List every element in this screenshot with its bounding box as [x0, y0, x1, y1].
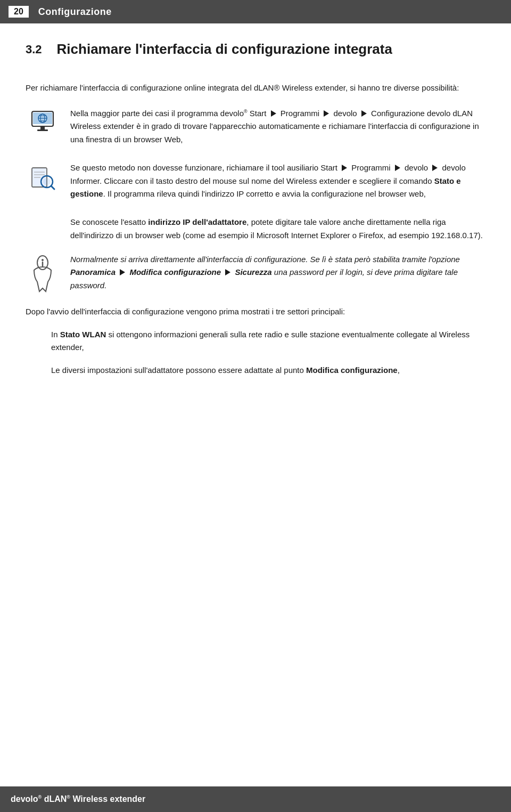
- ip-paragraph: Se conoscete l'esatto indirizzo IP dell'…: [70, 216, 485, 242]
- sub-list: In Stato WLAN si ottengono informazioni …: [51, 328, 485, 377]
- network-icon: [26, 109, 60, 137]
- footer-bar: devolo® dLAN® Wireless extender: [0, 786, 511, 812]
- search-icon: [26, 164, 60, 191]
- info-icon: [26, 255, 60, 293]
- svg-point-14: [43, 178, 51, 185]
- section-heading: 3.2 Richiamare l'interfaccia di configur…: [26, 40, 485, 70]
- svg-rect-2: [40, 126, 45, 129]
- section-number: 3.2: [26, 43, 42, 56]
- header-bar: 20 Configurazione: [0, 0, 511, 23]
- after-info-para: Dopo l'avvio dell'interfaccia di configu…: [26, 305, 485, 319]
- footer-text: devolo® dLAN® Wireless extender: [11, 794, 145, 804]
- bullet-2-text: Se questo metodo non dovesse funzionare,…: [70, 161, 485, 201]
- intro-text: Per richiamare l'interfaccia di configur…: [26, 82, 485, 94]
- bullet-item-2: Se questo metodo non dovesse funzionare,…: [26, 161, 485, 201]
- svg-point-17: [42, 259, 44, 261]
- info-text: Normalmente si arriva direttamente all'i…: [70, 253, 485, 293]
- bullet-1-text: Nella maggior parte dei casi il programm…: [70, 107, 485, 147]
- bullet-item-1: Nella maggior parte dei casi il programm…: [26, 107, 485, 147]
- svg-rect-3: [37, 129, 48, 131]
- header-title: Configurazione: [38, 6, 112, 18]
- sub-item-2: Le diversi impostazioni sull'adattatore …: [51, 364, 485, 377]
- info-block: Normalmente si arriva direttamente all'i…: [26, 253, 485, 293]
- svg-line-15: [51, 186, 54, 189]
- page-number: 20: [9, 6, 29, 18]
- main-content: 3.2 Richiamare l'interfaccia di configur…: [0, 23, 511, 429]
- section-title: Richiamare l'interfaccia di configurazio…: [57, 40, 392, 58]
- sub-item-1: In Stato WLAN si ottengono informazioni …: [51, 328, 485, 355]
